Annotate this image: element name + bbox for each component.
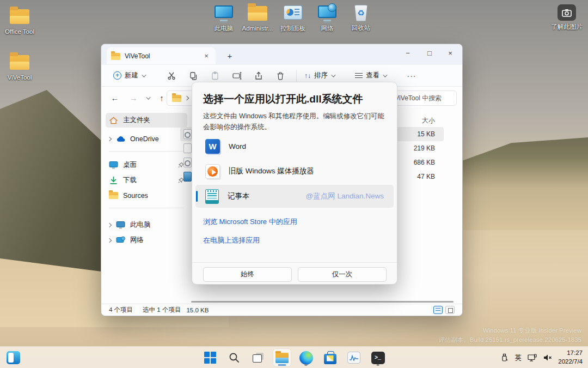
start-button[interactable] [201,349,219,366]
sidebar-item-downloads[interactable]: 下载 [106,173,187,188]
large-icons-view-button[interactable] [445,306,455,314]
rename-icon [232,71,242,80]
minimize-button[interactable]: − [397,44,419,64]
selected-size: 15.0 KB [186,307,209,313]
expander-chevron-icon[interactable] [107,136,112,141]
recent-locations-chevron[interactable] [146,95,150,99]
copy-button[interactable] [185,68,201,84]
always-button[interactable]: 始终 [203,267,292,282]
column-header-size[interactable]: 大小 [422,116,435,125]
share-button[interactable] [250,68,267,84]
explorer-sidebar: 主文件夹 OneDrive 桌面 下载 Sources 此电脑 [101,110,190,304]
selection-accent-bar [196,191,198,202]
chevron-down-icon [383,73,387,77]
active-indicator [278,364,286,366]
usb-device-icon[interactable] [500,353,509,363]
this-pc-icon [116,221,125,230]
task-manager-taskbar-button[interactable] [345,349,363,366]
cut-icon [167,71,176,80]
desktop-icon-vivetool[interactable]: ViVeTool [0,53,39,81]
rename-button[interactable] [229,68,245,84]
cut-button[interactable] [163,68,180,84]
store-taskbar-button[interactable] [321,349,339,366]
desktop-icon-control-panel[interactable]: 控制面板 [273,4,313,33]
file-size: 47 KB [402,173,435,180]
sidebar-item-label: 网络 [130,236,144,245]
file-explorer-taskbar-button[interactable] [273,349,291,366]
sort-label: 排序 [314,71,328,80]
globe-icon [328,3,336,12]
app-option-word[interactable]: W Word [195,135,394,158]
see-more-button[interactable]: ··· [403,68,420,84]
sidebar-divider [109,208,184,208]
volume-muted-icon[interactable] [543,353,552,363]
just-once-button[interactable]: 仅一次 [298,267,387,282]
word-icon: W [205,139,220,154]
sidebar-item-this-pc[interactable]: 此电脑 [106,218,187,232]
sidebar-item-desktop[interactable]: 桌面 [106,158,187,172]
paste-button[interactable] [207,68,223,84]
terminal-taskbar-button[interactable] [369,349,387,366]
chevron-down-icon [142,73,146,77]
system-tray: 英 17:27 2022/7/4 [500,347,583,368]
network-icon [116,236,125,245]
sidebar-item-sources[interactable]: Sources [106,188,187,203]
app-option-wmp[interactable]: 旧版 Windows 媒体播放器 [195,160,394,183]
application-file-icon [183,172,192,182]
more-icon: ··· [407,71,416,80]
task-view-button[interactable] [249,349,267,366]
sidebar-item-network[interactable]: 网络 [106,233,187,248]
new-label: 新建 [125,71,138,80]
expander-chevron-icon[interactable] [107,222,112,227]
home-icon [109,116,118,125]
tab-title: ViVeTool [125,52,197,60]
expander-chevron-icon[interactable] [107,238,112,242]
ime-indicator[interactable]: 英 [515,353,522,363]
view-button[interactable]: 查看 [351,68,390,84]
explorer-tab-vivetool[interactable]: ViVeTool × [107,47,216,65]
sort-button[interactable]: ↑↓ 排序 [300,68,339,84]
forward-button[interactable]: → [126,91,140,105]
widgets-button[interactable] [7,351,20,364]
store-apps-link[interactable]: 浏览 Microsoft Store 中的应用 [203,217,297,227]
file-icon [183,143,192,153]
new-button[interactable]: + 新建 [109,68,149,84]
delete-button[interactable] [272,68,289,84]
desktop: { "desktop": { "left_icons": [ { "label"… [0,0,588,368]
desktop-icon-administrator[interactable]: Administr... [238,4,277,32]
maximize-button[interactable]: □ [419,44,440,64]
running-indicator [377,364,379,366]
sidebar-divider [109,151,184,152]
network-tray-icon[interactable] [528,353,537,363]
file-size: 686 KB [402,159,435,166]
tab-close-icon[interactable]: × [201,51,211,61]
browse-pc-link[interactable]: 在电脑上选择应用 [203,236,260,245]
search-button[interactable] [225,349,243,366]
media-player-icon [205,164,220,179]
new-tab-button[interactable]: + [223,50,236,63]
paste-icon [211,71,219,80]
terminal-icon [371,352,385,364]
sidebar-item-label: 桌面 [123,160,137,170]
download-arrow-icon [109,176,118,185]
clock[interactable]: 17:27 2022/7/4 [558,349,583,366]
spotlight-icon[interactable]: 了解此图片 [549,4,585,31]
desktop-icon-recycle-bin[interactable]: 回收站 [341,4,381,32]
close-button[interactable]: × [439,44,461,64]
file-explorer-icon [275,353,289,363]
running-indicator [305,364,308,366]
sidebar-item-home[interactable]: 主文件夹 [106,113,187,128]
sidebar-item-onedrive[interactable]: OneDrive [106,131,187,146]
dll-file-icon [183,158,192,167]
app-name: 旧版 Windows 媒体播放器 [229,166,314,176]
details-view-button[interactable] [433,306,443,314]
desktop-icon-office-tool[interactable]: Office Tool [0,8,39,35]
edge-taskbar-button[interactable] [297,349,315,366]
desktop-icon-label: Administr... [238,25,277,32]
recycle-bin-icon [354,5,368,21]
back-button[interactable]: ← [108,91,122,105]
open-with-dialog: 选择一个应用以打开此.dll系统文件 这些文件由 Windows 和其他程序使用… [192,82,397,285]
desktop-icon-label: 控制面板 [273,25,313,33]
horizontal-scrollbar[interactable] [191,301,454,303]
app-option-notepad[interactable]: 记事本 @蓝点网 Landian.News [195,185,394,208]
